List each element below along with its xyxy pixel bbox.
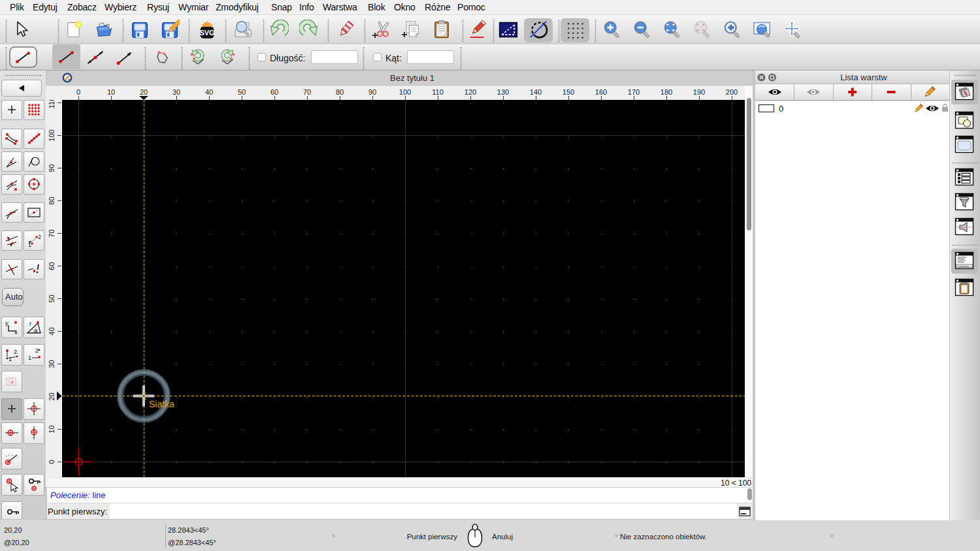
- svg-text:60: 60: [270, 88, 278, 96]
- svg-text:Siatka: Siatka: [149, 399, 174, 409]
- svg-text:100: 100: [48, 129, 56, 141]
- svg-text:170: 170: [628, 88, 640, 96]
- svg-text:20: 20: [140, 88, 148, 96]
- svg-text:70: 70: [48, 229, 56, 237]
- svg-text:150: 150: [563, 88, 574, 96]
- svg-text:120: 120: [465, 88, 476, 96]
- svg-text:90: 90: [48, 164, 56, 172]
- svg-text:2: 2: [38, 234, 41, 240]
- svg-text:50: 50: [238, 88, 246, 96]
- svg-text:40: 40: [205, 88, 213, 96]
- svg-text:x: x: [14, 328, 18, 336]
- svg-text:180: 180: [661, 88, 672, 96]
- svg-text:130: 130: [497, 88, 509, 96]
- svg-text:1: 1: [28, 354, 31, 361]
- svg-text:10: 10: [48, 425, 56, 433]
- svg-text:100: 100: [399, 88, 411, 96]
- svg-text:30: 30: [48, 360, 56, 368]
- svg-text:40: 40: [48, 327, 56, 335]
- svg-text:r: r: [29, 320, 31, 327]
- svg-text:160: 160: [595, 88, 607, 96]
- svg-text:2: 2: [14, 349, 17, 355]
- svg-text:SVG: SVG: [199, 29, 214, 37]
- svg-text:110: 110: [432, 88, 444, 96]
- svg-text:70: 70: [303, 88, 311, 96]
- svg-text:80: 80: [336, 88, 344, 96]
- svg-text:2: 2: [35, 347, 39, 354]
- svg-text:command: command: [958, 265, 968, 268]
- svg-text:140: 140: [530, 88, 542, 96]
- svg-text:190: 190: [693, 88, 705, 96]
- svg-text:60: 60: [48, 262, 56, 270]
- svg-text:0: 0: [76, 88, 80, 96]
- svg-text:50: 50: [48, 294, 56, 302]
- svg-text:10: 10: [107, 88, 115, 96]
- svg-text:1: 1: [8, 356, 12, 362]
- svg-text:y: y: [5, 319, 8, 326]
- svg-text:90: 90: [368, 88, 376, 96]
- svg-text:200: 200: [726, 88, 738, 96]
- svg-text:0: 0: [48, 460, 56, 464]
- svg-text:110: 110: [48, 100, 56, 108]
- svg-text:20: 20: [48, 392, 56, 400]
- svg-text:30: 30: [172, 88, 180, 96]
- svg-text:80: 80: [48, 197, 56, 204]
